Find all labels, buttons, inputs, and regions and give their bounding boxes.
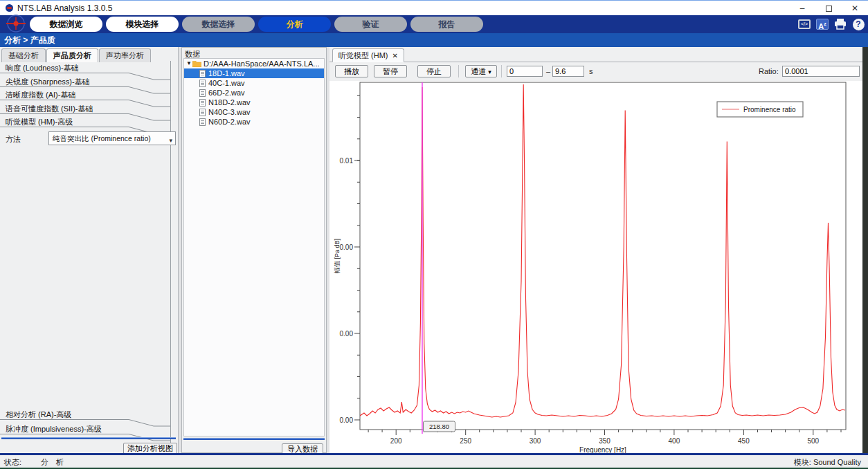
file-icon [199,89,206,97]
accordion-bottom-item-0[interactable]: 相对分析 (RA)-高级 [0,407,179,421]
accordion-item-3[interactable]: 语音可懂度指数 (SII)-基础 [0,102,179,116]
chevron-down-icon: ▾ [488,68,491,75]
svg-text:0.00: 0.00 [340,330,354,338]
stop-button[interactable]: 停止 [417,65,451,77]
svg-text:218.80: 218.80 [429,423,449,430]
method-row: 方法 纯音突出比 (Prominence ratio) ▾ [0,131,179,147]
tab-hearing-model[interactable]: 听觉模型 (HM)✕ [332,48,404,62]
nav-tab-verify[interactable]: 验证 [334,17,407,32]
accordion-item-1[interactable]: 尖锐度 (Sharpness)-基础 [0,75,179,89]
navbar: 数据浏览模块选择数据选择分析验证报告 </> Az ? [0,15,868,33]
time-unit-label: s [589,67,593,75]
playback-toolbar: 播放 暂停 停止 通道 ▾ – s Ratio: [329,62,862,81]
nav-tab-data-select[interactable]: 数据选择 [182,17,255,32]
tab-sound-quality[interactable]: 声品质分析 [46,48,98,62]
maximize-button[interactable] [815,1,842,16]
file-row-66D-2.wav[interactable]: 66D-2.wav [184,88,324,98]
file-icon [199,99,206,107]
svg-text:400: 400 [669,437,680,445]
chart-legend: Prominence ratio [717,102,803,117]
svg-text:Prominence ratio: Prominence ratio [743,106,796,113]
tab-basic[interactable]: 基础分析 [1,48,46,62]
chevron-down-icon: ▾ [169,134,172,147]
file-icon [199,80,206,87]
nav-tab-module-select[interactable]: 模块选择 [106,17,179,32]
svg-text:300: 300 [530,437,541,445]
console-window-icon[interactable]: </> [797,18,811,30]
status-value: 分 析 [41,458,66,466]
module-value: Sound Quality [813,458,861,466]
analysis-view-panel: 听觉模型 (HM)✕ 播放 暂停 停止 通道 ▾ – s Ratio: 2002… [329,47,862,453]
accordion-item-0[interactable]: 响度 (Loudness)-基础 [0,61,179,75]
ratio-label: Ratio: [759,67,779,75]
breadcrumb: 分析 > 产品质 [0,33,868,47]
expand-arrow-icon[interactable]: ▼ [186,59,192,68]
window-edge [862,47,868,453]
method-select[interactable]: 纯音突出比 (Prominence ratio) ▾ [48,131,176,145]
accordion-bottom-item-1[interactable]: 脉冲度 (Impulsiveness)-高级 [0,422,179,436]
tab-sound-power[interactable]: 声功率分析 [99,48,151,62]
window-title: NTS.LAB Analysis 1.3.0.5 [17,3,112,13]
pause-button[interactable]: 暂停 [374,65,407,77]
channel-dropdown[interactable]: 通道 ▾ [465,65,497,77]
file-tree: ▼D:/AAA-HanSpace/AAA-NTS.LA...18D-1.wav4… [183,58,325,436]
data-panel: 数据 ▼D:/AAA-HanSpace/AAA-NTS.LA...18D-1.w… [181,47,327,453]
range-separator: – [546,67,550,75]
nav-tab-report[interactable]: 报告 [410,17,483,32]
titlebar: NTS.LAB Analysis 1.3.0.5 – ✕ [0,0,868,15]
close-tab-icon[interactable]: ✕ [392,52,398,59]
maximize-icon [826,6,832,12]
svg-text:200: 200 [390,437,402,445]
file-row-N40C-3.wav[interactable]: N40C-3.wav [184,107,324,117]
method-label: 方法 [6,134,21,145]
svg-text:0.00: 0.00 [340,416,354,424]
ratio-input[interactable] [782,66,860,77]
file-row-N18D-2.wav[interactable]: N18D-2.wav [184,98,324,107]
svg-text:250: 250 [460,437,471,445]
play-button[interactable]: 播放 [335,65,368,77]
svg-text:幅值 [Pa dB]: 幅值 [Pa dB] [334,239,341,273]
left-panel-tabs: 基础分析声品质分析声功率分析 [1,48,152,62]
accordion-item-2[interactable]: 清晰度指数 (AI)-基础 [0,88,179,102]
tree-folder-row[interactable]: ▼D:/AAA-HanSpace/AAA-NTS.LA... [184,59,324,68]
file-row-N60D-2.wav[interactable]: N60D-2.wav [184,117,324,127]
statusbar: 状态:分 析 模块: Sound Quality [0,453,868,469]
close-button[interactable]: ✕ [842,1,868,16]
file-icon [199,109,206,116]
minimize-button[interactable]: – [789,1,815,16]
help-icon[interactable]: ? [851,18,865,30]
analysis-methods-panel: 基础分析声品质分析声功率分析 响度 (Loudness)-基础尖锐度 (Shar… [0,47,179,453]
language-icon[interactable]: Az [815,18,829,30]
file-row-40C-1.wav[interactable]: 40C-1.wav [184,78,324,88]
app-logo-icon [6,4,13,12]
svg-text:0.00: 0.00 [340,243,354,251]
svg-text:0.01: 0.01 [340,157,354,165]
file-row-18D-1.wav[interactable]: 18D-1.wav [184,68,324,78]
panel-separator [183,438,325,440]
navbar-icons: </> Az ? [797,15,865,33]
svg-text:450: 450 [738,437,750,445]
brand-logo-icon [6,13,26,34]
time-end-input[interactable] [552,66,584,77]
file-icon [199,70,206,77]
print-icon[interactable] [833,18,847,30]
folder-icon [192,60,201,67]
nav-tab-data-browse[interactable]: 数据浏览 [30,17,102,32]
status-label: 状态: [4,458,21,466]
prominence-ratio-chart[interactable]: 2002503003504004505000.010.000.000.00Fre… [329,81,862,453]
main-area: 基础分析声品质分析声功率分析 响度 (Loudness)-基础尖锐度 (Shar… [0,47,868,453]
svg-text:350: 350 [599,437,611,445]
svg-text:Frequency [Hz]: Frequency [Hz] [579,446,626,453]
accordion-item-4[interactable]: 听觉模型 (HM)-高级 [0,115,179,129]
app-window: NTS.LAB Analysis 1.3.0.5 – ✕ 数据浏览模块选择数据选… [0,0,868,469]
nav-tab-analysis[interactable]: 分析 [258,17,331,32]
window-controls: – ✕ [789,1,868,16]
file-icon [199,118,206,126]
cursor-readout: 218.80 [424,421,455,432]
svg-text:500: 500 [807,437,819,445]
module-label: 模块: [794,458,811,466]
time-start-input[interactable] [507,66,543,77]
panel-separator [1,437,176,439]
